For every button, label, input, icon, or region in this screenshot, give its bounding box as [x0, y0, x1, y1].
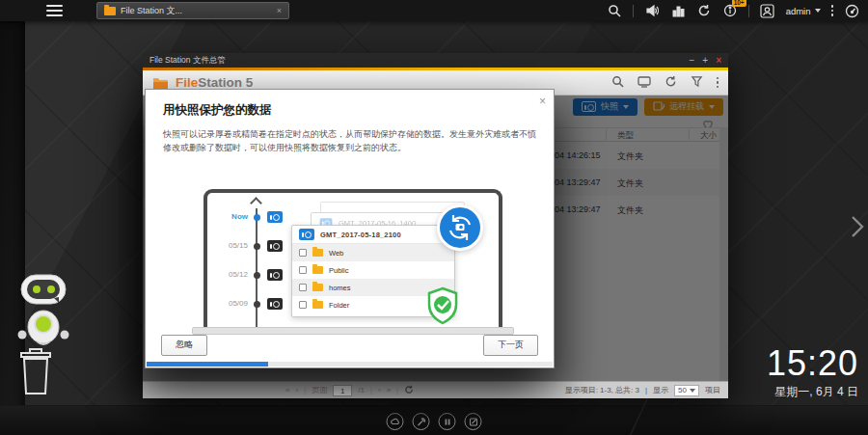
qbot-mascot[interactable] — [8, 273, 77, 348]
taskbar-tab-label: File Station 文... — [121, 5, 182, 17]
snapshot-wizard-dialog: × 用快照保护您的数据 快照可以记录厚卷或精简卷在指定时点的状态，从而帮助保护存… — [145, 89, 555, 368]
more-options-icon[interactable] — [831, 5, 834, 16]
folder-icon — [312, 301, 323, 309]
page-input[interactable]: 1 — [333, 385, 352, 396]
folder-icon — [312, 249, 323, 257]
more-options-icon[interactable] — [717, 77, 719, 88]
remote-display-icon[interactable] — [637, 74, 651, 92]
dashboard-icon[interactable] — [844, 3, 859, 18]
unit-label: 项目 — [705, 385, 720, 395]
first-page-button[interactable]: « — [285, 386, 289, 394]
maximize-button[interactable]: + — [702, 56, 708, 66]
desktop-dock — [387, 413, 482, 430]
window-titlebar[interactable]: File Station 文件总管 − + × — [143, 53, 728, 68]
resource-monitor-icon[interactable] — [670, 3, 686, 18]
feedback-icon[interactable] — [465, 413, 482, 430]
timeline-line — [256, 208, 258, 329]
snapshot-camera-icon — [267, 240, 283, 252]
timeline-label: 05/09 — [207, 299, 248, 308]
next-desktop-chevron-icon[interactable] — [850, 214, 865, 239]
app-folder-icon — [152, 76, 169, 90]
close-button[interactable]: × — [716, 56, 721, 66]
refresh-icon[interactable] — [404, 385, 414, 396]
admin-menu[interactable]: admin — [786, 6, 821, 16]
status-bar: « ‹ | 页面 1 /1 | › » | 显示项目: 1-3, 总共: 3 |… — [143, 381, 728, 398]
window-title: File Station 文件总管 — [149, 55, 226, 67]
minimize-button[interactable]: − — [689, 56, 694, 66]
snapshot-name: GMT_2017-05-18_2100 — [320, 231, 401, 239]
checkbox[interactable] — [299, 266, 307, 274]
notification-badge: 10+ — [732, 0, 746, 7]
timeline-label: 05/15 — [207, 241, 248, 250]
notifications-icon[interactable]: 10+ — [722, 3, 738, 18]
main-menu-icon[interactable] — [46, 5, 63, 16]
app-brand: FileStation 5 — [176, 75, 253, 90]
desktop-clock: 15:20 星期一, 6月 4 日 — [767, 345, 858, 400]
taskbar-separator — [748, 5, 749, 17]
folder-icon — [312, 284, 323, 291]
folder-icon — [312, 266, 323, 274]
shield-check-icon — [424, 286, 461, 325]
items-summary: 显示项目: 1-3, 总共: 3 — [565, 385, 639, 395]
volume-icon[interactable] — [644, 3, 660, 18]
ignore-button[interactable]: 忽略 — [161, 335, 207, 356]
search-icon[interactable] — [611, 74, 624, 92]
snapshot-folder-row[interactable]: Public — [292, 261, 454, 279]
snapshot-camera-icon — [267, 211, 283, 223]
refresh-icon[interactable] — [665, 74, 677, 92]
prev-page-button[interactable]: ‹ — [295, 386, 298, 394]
display-label: 显示 — [653, 385, 668, 395]
dialog-body-text: 快照可以记录厚卷或精简卷在指定时点的状态，从而帮助保护存储的数据。发生意外灾难或… — [146, 125, 554, 157]
snapshot-camera-icon — [267, 298, 283, 310]
clock-time: 15:20 — [767, 345, 858, 382]
recycle-bin-icon[interactable] — [15, 347, 56, 395]
search-icon[interactable] — [607, 3, 622, 18]
horizontal-scrollbar[interactable] — [147, 362, 553, 367]
taskbar-tab-filestation[interactable]: File Station 文... × — [96, 2, 289, 19]
myqnapcloud-icon[interactable] — [387, 413, 404, 430]
snapshot-folder-row[interactable]: Web — [292, 244, 454, 261]
chevron-down-icon — [690, 389, 695, 393]
admin-label: admin — [786, 6, 811, 16]
timeline-arrow-icon — [250, 197, 262, 209]
user-icon[interactable] — [760, 3, 775, 18]
checkbox[interactable] — [299, 284, 307, 291]
page-label: 页面 — [312, 385, 327, 395]
scrollbar-thumb[interactable] — [147, 362, 268, 367]
clock-date: 星期一, 6月 4 日 — [767, 384, 858, 400]
page-size-select[interactable]: 50 — [674, 385, 699, 396]
taskbar: File Station 文... × 10+ admin — [0, 0, 868, 21]
snapshot-camera-icon — [299, 229, 314, 240]
next-button[interactable]: 下一页 — [483, 335, 538, 356]
checkbox[interactable] — [299, 301, 307, 309]
dialog-title: 用快照保护您的数据 — [146, 90, 554, 125]
checkbox[interactable] — [299, 249, 307, 257]
snapshot-camera-icon — [267, 269, 283, 281]
snapshot-sync-badge — [437, 204, 483, 251]
taskbar-separator — [633, 5, 634, 17]
monitor-base — [192, 327, 514, 335]
background-tasks-icon[interactable] — [696, 3, 712, 18]
folder-icon — [104, 7, 116, 15]
snapshot-illustration: Now 05/15 05/12 05/09 G — [203, 189, 502, 329]
last-page-button[interactable]: » — [387, 386, 391, 394]
tab-close-icon[interactable]: × — [277, 6, 282, 15]
wallpaper-diagonal — [521, 393, 752, 435]
filter-icon[interactable] — [691, 74, 703, 92]
page-total: /1 — [358, 386, 365, 394]
close-icon[interactable]: × — [539, 95, 546, 108]
next-page-button[interactable]: › — [378, 386, 381, 394]
timeline-label: Now — [207, 212, 248, 221]
app-center-icon[interactable] — [439, 413, 456, 430]
utilities-icon[interactable] — [413, 413, 430, 430]
timeline-label: 05/12 — [207, 270, 248, 279]
chevron-down-icon — [815, 9, 821, 13]
